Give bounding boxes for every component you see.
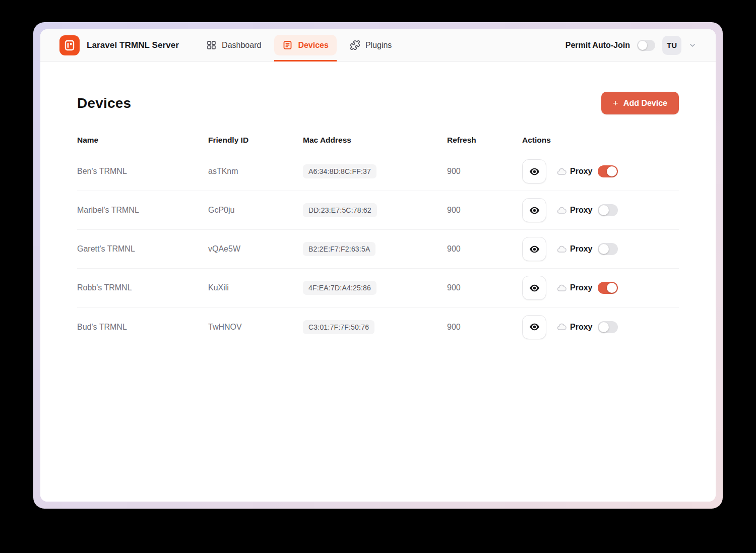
add-device-button[interactable]: + Add Device — [601, 92, 679, 114]
proxy-toggle[interactable] — [598, 165, 618, 177]
page-title: Devices — [77, 95, 131, 111]
proxy-label: Proxy — [570, 283, 592, 292]
nav-item-dashboard[interactable]: Dashboard — [198, 29, 269, 61]
device-friendly-id: asTKnm — [208, 167, 303, 176]
device-refresh: 900 — [447, 206, 522, 215]
device-actions: Proxy — [522, 315, 679, 339]
device-actions: Proxy — [522, 237, 679, 261]
table-body: Ben's TRMNL asTKnm A6:34:8D:8C:FF:37 900 — [77, 152, 679, 346]
proxy-label: Proxy — [570, 244, 592, 254]
list-icon — [282, 40, 293, 50]
chevron-down-icon[interactable] — [688, 41, 697, 49]
cloud-icon — [557, 283, 566, 293]
device-actions: Proxy — [522, 159, 679, 183]
permit-auto-join-toggle[interactable] — [637, 40, 655, 51]
avatar[interactable]: TU — [662, 36, 681, 55]
proxy-toggle[interactable] — [598, 243, 618, 255]
device-friendly-id: vQAe5W — [208, 244, 303, 254]
nav-item-plugins[interactable]: Plugins — [342, 29, 400, 61]
device-mac-address: DD:23:E7:5C:78:62 — [303, 203, 377, 217]
eye-icon — [529, 205, 540, 216]
device-friendly-id: TwHNOV — [208, 323, 303, 332]
column-header-refresh: Refresh — [447, 136, 522, 145]
eye-icon — [529, 243, 540, 255]
eye-icon — [529, 321, 540, 333]
device-name: Garett's TRMNL — [77, 244, 208, 254]
eye-icon — [529, 282, 540, 294]
nav-item-devices[interactable]: Devices — [274, 29, 337, 61]
table-header: Name Friendly ID Mac Address Refresh Act… — [77, 136, 679, 152]
column-header-friendly-id: Friendly ID — [208, 136, 303, 145]
column-header-mac-address: Mac Address — [303, 136, 447, 145]
view-device-button[interactable] — [522, 276, 546, 300]
device-mac-address: A6:34:8D:8C:FF:37 — [303, 164, 376, 178]
table-row: Ben's TRMNL asTKnm A6:34:8D:8C:FF:37 900 — [77, 152, 679, 191]
app-logo-icon — [59, 35, 80, 55]
device-friendly-id: KuXili — [208, 283, 303, 292]
puzzle-icon — [350, 40, 360, 50]
device-mac-address: 4F:EA:7D:A4:25:86 — [303, 281, 376, 295]
cloud-icon — [557, 167, 566, 176]
add-device-label: Add Device — [623, 99, 667, 108]
device-mac-address: C3:01:7F:7F:50:76 — [303, 320, 374, 334]
table-row: Bud's TRMNL TwHNOV C3:01:7F:7F:50:76 900 — [77, 308, 679, 346]
column-header-actions: Actions — [522, 136, 679, 145]
view-device-button[interactable] — [522, 315, 546, 339]
device-actions: Proxy — [522, 198, 679, 222]
device-actions: Proxy — [522, 276, 679, 300]
main-nav: Dashboard Devices — [198, 29, 400, 61]
table-row: Maribel's TRMNL GcP0ju DD:23:E7:5C:78:62… — [77, 191, 679, 230]
permit-auto-join-label: Permit Auto-Join — [565, 41, 630, 50]
grid-icon — [206, 40, 217, 50]
nav-label-plugins: Plugins — [365, 41, 392, 50]
device-name: Maribel's TRMNL — [77, 206, 208, 215]
nav-label-dashboard: Dashboard — [222, 41, 261, 50]
nav-label-devices: Devices — [298, 41, 329, 50]
table-row: Garett's TRMNL vQAe5W B2:2E:F7:F2:63:5A … — [77, 230, 679, 269]
device-refresh: 900 — [447, 283, 522, 292]
cloud-icon — [557, 322, 566, 332]
column-header-name: Name — [77, 136, 208, 145]
view-device-button[interactable] — [522, 159, 546, 183]
device-mac-address: B2:2E:F7:F2:63:5A — [303, 242, 375, 256]
device-name: Robb's TRMNL — [77, 283, 208, 292]
proxy-label: Proxy — [570, 206, 592, 215]
plus-icon: + — [613, 98, 618, 108]
brand-title: Laravel TRMNL Server — [87, 40, 179, 50]
device-name: Ben's TRMNL — [77, 167, 208, 176]
device-friendly-id: GcP0ju — [208, 206, 303, 215]
proxy-toggle[interactable] — [598, 321, 618, 333]
window-frame: Laravel TRMNL Server Dashboar — [33, 22, 723, 509]
view-device-button[interactable] — [522, 198, 546, 222]
view-device-button[interactable] — [522, 237, 546, 261]
device-refresh: 900 — [447, 323, 522, 332]
app-window: Laravel TRMNL Server Dashboar — [40, 29, 716, 502]
table-row: Robb's TRMNL KuXili 4F:EA:7D:A4:25:86 90… — [77, 269, 679, 308]
main-content: Devices + Add Device Name Friendly ID Ma… — [40, 62, 716, 502]
device-name: Bud's TRMNL — [77, 323, 208, 332]
proxy-toggle[interactable] — [598, 282, 618, 294]
cloud-icon — [557, 244, 566, 254]
proxy-label: Proxy — [570, 167, 592, 176]
eye-icon — [529, 166, 540, 177]
proxy-label: Proxy — [570, 323, 592, 332]
cloud-icon — [557, 206, 566, 215]
header-right: Permit Auto-Join TU — [565, 29, 697, 61]
device-refresh: 900 — [447, 167, 522, 176]
app-header: Laravel TRMNL Server Dashboar — [40, 29, 716, 62]
devices-table: Name Friendly ID Mac Address Refresh Act… — [77, 136, 679, 346]
device-refresh: 900 — [447, 244, 522, 254]
proxy-toggle[interactable] — [598, 204, 618, 216]
brand: Laravel TRMNL Server — [59, 29, 179, 61]
